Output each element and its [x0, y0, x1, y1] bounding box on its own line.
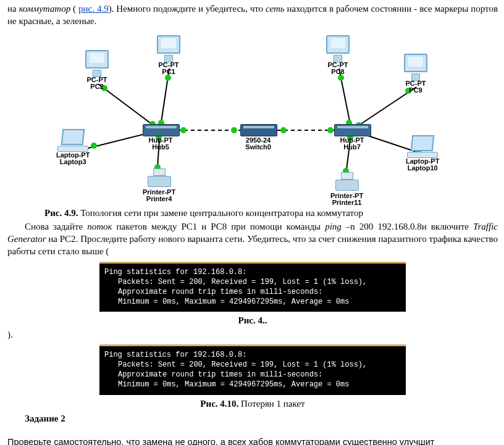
intro-post: ). Немного подождите и убедитесь, что — [109, 4, 266, 14]
intro-pre1: на — [7, 4, 19, 14]
ref-link-4-9[interactable]: рис. 4.9 — [78, 4, 109, 14]
intro-set: сеть — [266, 4, 285, 14]
paragraph-2: Снова задайте поток пакетов между PC1 и … — [7, 220, 498, 258]
device-label: Printer11 — [330, 199, 363, 207]
svg-point-18 — [180, 127, 187, 133]
device-pc2: PC-PT PC2 — [85, 50, 109, 91]
svg-point-19 — [231, 127, 237, 133]
device-printer4: Printer-PT Printer4 — [143, 168, 175, 203]
device-label: Printer4 — [143, 196, 175, 203]
svg-point-21 — [327, 127, 334, 133]
device-label: Laptop10 — [406, 165, 439, 172]
close-paren: ). — [7, 328, 498, 341]
device-label: Hub5 — [143, 144, 178, 151]
device-printer11: Printer-PT Printer11 — [330, 172, 363, 207]
caption-bold: Рис. 4.. — [238, 315, 267, 325]
device-label: PC8 — [326, 69, 350, 76]
p2-a: Снова задайте — [25, 222, 87, 231]
task2-para-a: Проверьте самостоятельно, что замена не … — [7, 434, 498, 446]
ping-stats-block-2: Ping statistics for 192.168.0.8: Packets… — [99, 344, 406, 395]
p2-c: –n 200 192.168.0.8и включите — [342, 222, 473, 231]
figure-caption-4x: Рис. 4.. — [7, 314, 498, 326]
ping-stats-block-1: Ping statistics for 192.168.0.8: Packets… — [99, 262, 406, 312]
ping-line-3: Approximate round trip times in milli-se… — [104, 287, 401, 297]
ping-line-4: Minimum = 0ms, Maximum = 4294967295ms, A… — [104, 380, 401, 389]
caption-bold: Рис. 4.10. — [200, 399, 238, 409]
laptop-icon — [406, 135, 439, 157]
device-label: PC2 — [85, 83, 109, 91]
device-pc9: PC-PT PC9 — [403, 54, 428, 94]
device-laptop3: Laptop-PT Laptop3 — [56, 129, 90, 166]
ping-line-2: Packets: Sent = 200, Received = 199, Los… — [104, 360, 401, 370]
p2-d: на PC2. Проследите работу нового вариант… — [7, 234, 498, 256]
svg-point-14 — [91, 143, 97, 149]
device-label: PC9 — [403, 87, 428, 94]
figure-caption-4-10: Рис. 4.10. Потерян 1 пакет — [7, 397, 498, 410]
switch-icon — [240, 124, 276, 136]
device-label: Switch0 — [240, 144, 276, 151]
hub-icon — [143, 124, 178, 136]
device-laptop10: Laptop-PT Laptop10 — [406, 135, 439, 172]
ping-line-1: Ping statistics for 192.168.0.8: — [104, 267, 401, 277]
device-switch0: 2950-24 Switch0 — [240, 124, 276, 151]
pc-icon — [403, 54, 428, 80]
device-hub5: Hub-PT Hub5 — [143, 124, 178, 151]
p2-potok: поток — [87, 222, 112, 231]
figure-caption-4-9: Рис. 4.9. Топология сети при замене цент… — [44, 207, 498, 219]
p2-ping: ping — [325, 222, 342, 231]
device-hub7: Hub-PT Hub7 — [334, 124, 370, 151]
printer-icon — [335, 172, 359, 192]
intro-paragraph: на коммутатор ( рис. 4.9). Немного подож… — [7, 2, 498, 28]
device-label: PC1 — [156, 69, 181, 76]
intro-kommutator: коммутатор — [19, 4, 71, 14]
network-diagram: PC-PT PC2 PC-PT PC1 Laptop-PT Laptop3 Pr… — [30, 31, 475, 204]
p2-b: пакетов между PC1 и PC8 при помощи коман… — [112, 222, 326, 231]
pc-icon — [156, 35, 181, 61]
intro-pre2: ( — [70, 4, 78, 14]
ping-line-3: Approximate round trip times in milli-se… — [104, 370, 401, 380]
pc-icon — [326, 35, 350, 61]
pc-icon — [85, 50, 109, 76]
ping-line-1: Ping statistics for 192.168.0.8: — [104, 350, 401, 360]
task2-heading: Задание 2 — [7, 412, 498, 425]
laptop-icon — [57, 129, 89, 151]
hub-icon — [334, 124, 370, 136]
ping-line-2: Packets: Sent = 200, Received = 199, Los… — [104, 277, 401, 287]
caption-bold: Рис. 4.9. — [44, 208, 78, 218]
ping-line-4: Minimum = 0ms, Maximum = 4294967295ms, A… — [104, 297, 401, 307]
caption-rest: Потерян 1 пакет — [238, 399, 304, 409]
caption-rest: Топология сети при замене центрального к… — [78, 208, 363, 218]
printer-icon — [147, 168, 172, 188]
device-label: Laptop3 — [56, 159, 90, 166]
device-pc1: PC-PT PC1 — [156, 35, 181, 76]
device-pc8: PC-PT PC8 — [326, 35, 350, 76]
svg-point-20 — [280, 127, 287, 133]
device-label: Hub7 — [334, 144, 370, 151]
